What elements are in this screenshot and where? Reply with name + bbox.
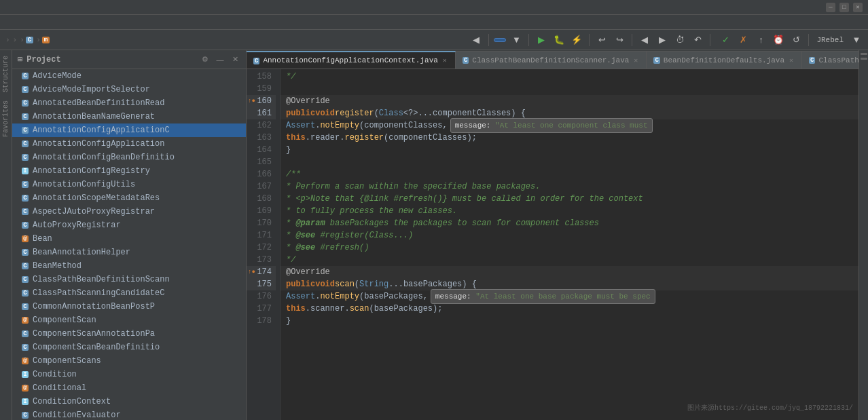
- git-check-button[interactable]: ✓: [718, 33, 733, 47]
- editor-tab[interactable]: CAnnotationConfigApplicationContext.java…: [247, 51, 456, 69]
- list-item[interactable]: CAdviceMode: [12, 69, 246, 83]
- run-config-dropdown[interactable]: ▼: [509, 33, 524, 47]
- tree-item-label: AnnotationConfigApplicationC: [33, 126, 170, 135]
- tree-item-label: ComponentScans: [33, 356, 101, 366]
- back-button[interactable]: ◀: [469, 33, 484, 47]
- list-item[interactable]: CClassPathScanningCandidateC: [12, 286, 246, 300]
- git-update-button[interactable]: ↑: [753, 33, 768, 47]
- run-config-selector[interactable]: [494, 38, 506, 42]
- line-num-text: 173: [257, 254, 272, 266]
- next-button[interactable]: ▶: [655, 33, 670, 47]
- line-number: 176: [247, 290, 276, 303]
- list-item[interactable]: CAspectJAutoProxyRegistrar: [12, 205, 246, 218]
- list-item[interactable]: CComponentScanBeanDefinitio: [12, 341, 246, 354]
- line-number: 167: [247, 180, 276, 193]
- tab-close-button[interactable]: ✕: [632, 56, 639, 65]
- list-item[interactable]: ICondition: [12, 368, 246, 381]
- undo-button[interactable]: ↶: [690, 33, 705, 47]
- list-item[interactable]: CAdviceModeImportSelector: [12, 83, 246, 96]
- tree-item-label: ComponentScan: [33, 316, 96, 325]
- line-number: 175: [247, 278, 276, 290]
- tree-icon: C: [20, 153, 30, 162]
- list-item[interactable]: @Conditional: [12, 381, 246, 395]
- git-x-button[interactable]: ✗: [736, 33, 751, 47]
- list-item[interactable]: CConditionEvaluator: [12, 408, 246, 420]
- menu-code[interactable]: [52, 21, 62, 24]
- tree-icon: C: [20, 112, 30, 121]
- code-line: * <p>Note that {@link #refresh()} must b…: [281, 193, 858, 205]
- list-item[interactable]: CCommonAnnotationBeanPostP: [12, 300, 246, 313]
- sidebar-settings[interactable]: ⚙: [200, 54, 211, 65]
- git-refresh-button[interactable]: ↺: [789, 33, 803, 47]
- menu-window[interactable]: [137, 21, 148, 24]
- git-clock-button[interactable]: ⏰: [771, 33, 786, 47]
- structure-label[interactable]: Structure: [1, 53, 11, 95]
- code-line: * @param basePackages the packages to sc…: [281, 217, 858, 229]
- tree-icon: C: [20, 343, 30, 352]
- editor-tab[interactable]: CClassPathBeanDefinitionScanner.java✕: [456, 51, 647, 69]
- line-number: 164: [247, 144, 276, 156]
- list-item[interactable]: CAnnotatedBeanDefinitionRead: [12, 96, 246, 110]
- prev-button[interactable]: ◀: [637, 33, 652, 47]
- coverage-button[interactable]: ⚡: [569, 33, 584, 47]
- line-num-text: 159: [257, 83, 272, 95]
- list-item[interactable]: CBeanAnnotationHelper: [12, 246, 246, 259]
- jrebel-dropdown[interactable]: ▼: [849, 33, 864, 47]
- separator-4: [632, 34, 632, 46]
- title-bar: — □ ✕: [0, 0, 868, 15]
- list-item[interactable]: @Bean: [12, 232, 246, 246]
- close-button[interactable]: ✕: [853, 3, 863, 12]
- menu-edit[interactable]: [15, 21, 26, 24]
- list-item[interactable]: @ComponentScans: [12, 354, 246, 368]
- list-item[interactable]: @ComponentScan: [12, 313, 246, 327]
- list-item[interactable]: CAutoProxyRegistrar: [12, 218, 246, 232]
- list-item[interactable]: CClassPathBeanDefinitionScann: [12, 273, 246, 286]
- list-item[interactable]: CAnnotationScopeMetadataRes: [12, 191, 246, 205]
- jrebel-label: JRebel: [814, 36, 846, 44]
- tree-item-label: ConditionEvaluator: [33, 411, 121, 420]
- bookmark-button[interactable]: ↩: [594, 33, 609, 47]
- menu-tools[interactable]: [113, 21, 124, 24]
- code-line: * to fully process the new classes.: [281, 205, 858, 217]
- menu-help[interactable]: [149, 21, 160, 24]
- list-item[interactable]: CAnnotationConfigBeanDefinitio: [12, 151, 246, 164]
- sidebar-close[interactable]: ✕: [230, 54, 240, 65]
- list-item[interactable]: IAnnotationConfigRegistry: [12, 164, 246, 178]
- list-item[interactable]: CBeanMethod: [12, 259, 246, 273]
- maximize-button[interactable]: □: [839, 3, 849, 12]
- debug-button[interactable]: 🐛: [551, 33, 566, 47]
- menu-build[interactable]: [88, 21, 99, 24]
- list-item[interactable]: CComponentScanAnnotationPa: [12, 327, 246, 341]
- run-button[interactable]: ▶: [534, 33, 549, 47]
- list-item[interactable]: CAnnotationConfigUtils: [12, 178, 246, 191]
- list-item[interactable]: CAnnotationConfigApplicationC: [12, 123, 246, 137]
- list-item[interactable]: IConditionContext: [12, 395, 246, 408]
- history-button[interactable]: ⏱: [672, 33, 687, 47]
- menu-run[interactable]: [101, 21, 111, 24]
- tree-icon: C: [20, 329, 30, 339]
- editor-tab[interactable]: CBeanDefinitionDefaults.java✕: [647, 51, 802, 69]
- sidebar-collapse[interactable]: —: [215, 54, 225, 65]
- menu-refactor[interactable]: [76, 21, 87, 24]
- forward-button[interactable]: ↪: [612, 33, 627, 47]
- favorites-label[interactable]: Favorites: [1, 98, 11, 140]
- menu-analyze[interactable]: [64, 21, 75, 24]
- menu-vcs[interactable]: [125, 21, 136, 24]
- minimize-button[interactable]: —: [826, 3, 835, 12]
- code-content[interactable]: */ @Override public void register(Class<…: [281, 69, 858, 420]
- tree-icon: C: [20, 302, 30, 311]
- tree-icon: C: [20, 180, 30, 189]
- line-number: 171: [247, 229, 276, 242]
- menu-view[interactable]: [27, 21, 38, 24]
- editor-tab[interactable]: CClassPathScanningCandidа...✕: [802, 51, 858, 69]
- menu-file[interactable]: [3, 21, 14, 24]
- code-line: @Override: [281, 266, 858, 278]
- list-item[interactable]: CAnnotationConfigApplication: [12, 137, 246, 151]
- tab-close-button[interactable]: ✕: [788, 56, 795, 65]
- menu-navigate[interactable]: [39, 21, 50, 24]
- list-item[interactable]: CAnnotationBeanNameGenerat: [12, 110, 246, 123]
- tree-icon: C: [20, 126, 30, 135]
- tree-icon: I: [20, 370, 30, 379]
- tab-close-button[interactable]: ✕: [441, 56, 448, 65]
- tree-item-label: ConditionContext: [33, 397, 111, 406]
